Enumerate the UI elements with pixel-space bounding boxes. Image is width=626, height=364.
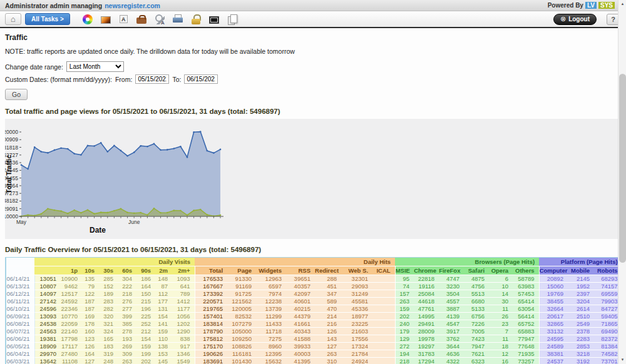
from-label: From:	[115, 76, 132, 83]
column-header: Safari	[464, 266, 489, 275]
table-cell: 4139	[439, 313, 464, 320]
table-cell: 2614	[568, 305, 594, 313]
table-cell: 214	[315, 313, 341, 320]
date-range-select[interactable]: Last Month	[66, 61, 124, 72]
table-cell	[372, 335, 395, 343]
table-cell: 277	[118, 305, 136, 313]
group-header-date	[6, 258, 34, 266]
table-cell: 285	[99, 275, 118, 283]
row-date: 06/05/21	[6, 343, 34, 350]
table-cell: 22140	[61, 328, 82, 335]
table-cell: 11	[489, 305, 513, 313]
table-cell: 183	[99, 343, 118, 350]
all-tasks-button[interactable]: All Tasks >	[25, 13, 70, 25]
date-range-row: Change date range: Last Month	[5, 61, 621, 72]
table-cell: 21784	[341, 350, 372, 358]
table-cell: 157401	[195, 313, 227, 320]
logout-button[interactable]: Logout	[553, 14, 597, 25]
table-cell: 14995	[414, 313, 439, 320]
column-header	[34, 266, 61, 275]
column-header: 90s	[136, 266, 155, 275]
font-icon[interactable]: A	[120, 15, 128, 23]
table-cell: 10807	[34, 283, 61, 290]
table-cell: 109250	[227, 335, 256, 343]
table-cell: 1056	[172, 313, 195, 320]
photo-icon[interactable]	[209, 16, 219, 24]
go-button[interactable]: Go	[5, 89, 28, 100]
table-cell: 24538	[34, 320, 61, 328]
table-cell: 183814	[195, 320, 227, 328]
table-cell: 44379	[286, 313, 315, 320]
site-link[interactable]: newsregister.com	[105, 2, 160, 9]
vertical-scrollbar: ▲ ▼	[618, 0, 626, 364]
row-date: 06/07/21	[6, 328, 34, 335]
table-cell	[372, 290, 395, 298]
table-cell: 8960	[256, 343, 286, 350]
scroll-down-arrow[interactable]: ▼	[618, 356, 626, 363]
column-header: Redirect	[315, 266, 341, 275]
daily-traffic-table: Daily VisitsDaily HitsBrowsers (Page Hit…	[5, 257, 623, 364]
table-cell: 216	[315, 320, 341, 328]
media-icon[interactable]	[101, 16, 111, 24]
table-cell: 40003	[286, 350, 315, 358]
table-cell: 11299	[256, 313, 286, 320]
briefcase-icon[interactable]	[136, 18, 146, 24]
table-row: 06/12/2114097125171221892181501127891733…	[6, 290, 622, 298]
pages-icon[interactable]	[227, 14, 237, 24]
table-cell: 65414	[513, 298, 539, 305]
table-cell: 13642	[34, 358, 61, 364]
table-cell: 24595	[539, 335, 568, 343]
powered-by: Powered By LV SYS	[548, 2, 615, 9]
scrollbar-thumb[interactable]	[619, 74, 626, 263]
table-cell: 135	[82, 275, 99, 283]
table-cell: 22818	[414, 275, 439, 283]
table-cell: 19769	[539, 290, 568, 298]
table-cell: 321	[99, 320, 118, 328]
table-row: 06/08/2124538220591783213852521411202183…	[6, 320, 622, 328]
table-cell: 42097	[286, 290, 315, 298]
table-cell: 248	[99, 358, 118, 364]
table-cell: 385	[118, 320, 136, 328]
print-icon[interactable]	[173, 15, 183, 25]
scroll-up-arrow[interactable]: ▲	[618, 1, 626, 8]
column-header: 2m	[155, 266, 172, 275]
lock-icon[interactable]	[191, 14, 201, 24]
table-cell: 165	[99, 335, 118, 343]
table-cell: 63054	[513, 305, 539, 313]
table-cell: 22346	[61, 305, 82, 313]
table-cell: 164	[82, 350, 99, 358]
table-cell: 196	[136, 305, 155, 313]
keyword-icon[interactable]	[155, 14, 165, 24]
from-date-input[interactable]	[135, 74, 169, 84]
table-cell: 20617	[539, 313, 568, 320]
table-cell: 20892	[539, 275, 568, 283]
to-date-input[interactable]	[184, 74, 218, 84]
column-header: Computer	[539, 266, 568, 275]
column-header: RSS	[286, 266, 315, 275]
table-cell: 225	[136, 313, 155, 320]
table-cell: 41588	[286, 335, 315, 343]
table-cell: 44618	[414, 298, 439, 305]
table-cell: 77648	[513, 343, 539, 350]
table-cell: 116181	[227, 350, 256, 358]
table-cell: 26	[489, 313, 513, 320]
table-cell: 14097	[34, 290, 61, 298]
table-cell: 57453	[513, 290, 539, 298]
table-cell: 179	[395, 328, 414, 335]
table-cell: 1549	[172, 358, 195, 364]
table-cell: 47761	[414, 305, 439, 313]
table-cell: 5513	[464, 290, 489, 298]
table-cell: 41661	[286, 320, 315, 328]
palette-icon[interactable]	[83, 14, 93, 24]
row-date: 06/10/21	[6, 305, 34, 313]
table-row: 06/14/2113051109001352853041861481093176…	[6, 275, 622, 283]
table-cell: 65752	[513, 320, 539, 328]
table-cell: 276	[118, 298, 136, 305]
table-cell: 4756	[464, 283, 489, 290]
table-cell: 202	[136, 358, 155, 364]
home-button[interactable]: ⌂	[5, 13, 21, 25]
table-row: 06/07/2124563221401603242782121591290178…	[6, 328, 622, 335]
table-cell: 13093	[34, 313, 61, 320]
table-cell: 183691	[195, 358, 227, 364]
logout-icon	[560, 15, 566, 23]
